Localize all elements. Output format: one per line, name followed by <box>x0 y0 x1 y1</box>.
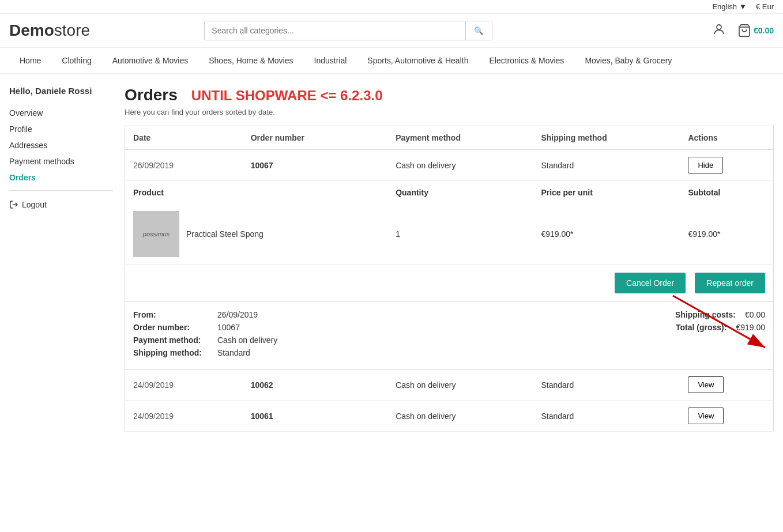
order-action-2[interactable]: View <box>680 369 773 401</box>
order-shipping-2: Standard <box>533 369 680 401</box>
total-value: €919.00 <box>736 323 765 332</box>
product-row: possimus Practical Steel Spong 1 €919.00… <box>125 204 774 265</box>
product-subtotal: €919.00* <box>680 204 773 265</box>
header: Demostore 🔍 €0.00 <box>0 14 783 48</box>
hide-button-1[interactable]: Hide <box>688 157 723 173</box>
product-name: Practical Steel Spong <box>186 229 263 239</box>
page-description: Here you can find your orders sorted by … <box>125 108 774 116</box>
order-number-3: 10061 <box>243 401 387 432</box>
user-icon[interactable] <box>712 22 726 39</box>
from-label: From: <box>133 310 208 319</box>
svg-point-0 <box>717 25 721 29</box>
cart-icon[interactable]: €0.00 <box>737 24 774 37</box>
search-button[interactable]: 🔍 <box>465 21 492 40</box>
sidebar-item-profile[interactable]: Profile <box>9 121 113 137</box>
nav-item-industrial[interactable]: Industrial <box>304 48 357 74</box>
language-selector[interactable]: English ▼ <box>712 2 747 11</box>
logo-light: store <box>54 21 90 39</box>
shipping-costs-value: €0.00 <box>745 310 765 319</box>
col-date: Date <box>125 126 243 150</box>
logo[interactable]: Demostore <box>9 21 90 40</box>
product-image-text: possimus <box>143 231 170 237</box>
page-header: Orders UNTIL SHOPWARE <= 6.2.3.0 <box>125 86 774 104</box>
product-image: possimus <box>133 211 179 257</box>
order-summary-cell: From: 26/09/2019 Order number: 10067 Pay… <box>125 302 774 369</box>
order-detail-header: Product Quantity Price per unit Subtotal <box>125 181 774 205</box>
sidebar-logout[interactable]: Logout <box>9 195 113 214</box>
order-number-value: 10067 <box>217 323 240 332</box>
order-payment-2: Cash on delivery <box>387 369 533 401</box>
repeat-order-button[interactable]: Repeat order <box>695 273 765 293</box>
language-label: English <box>712 2 737 11</box>
nav-item-automotive[interactable]: Automotive & Movies <box>102 48 199 74</box>
summary-from: From: 26/09/2019 <box>133 310 438 319</box>
logout-label: Logout <box>22 200 47 209</box>
nav-item-home[interactable]: Home <box>9 48 51 74</box>
order-number-label: Order number: <box>133 323 208 332</box>
sidebar-item-overview[interactable]: Overview <box>9 105 113 121</box>
sidebar-item-orders[interactable]: Orders <box>9 169 113 186</box>
currency-label: € Eur <box>756 2 774 11</box>
sidebar: Hello, Daniele Rossi Overview Profile Ad… <box>9 86 125 432</box>
view-button-3[interactable]: View <box>688 408 724 424</box>
sidebar-divider <box>9 190 113 191</box>
header-actions: €0.00 <box>712 22 774 39</box>
detail-col-subtotal: Subtotal <box>680 181 773 205</box>
sidebar-item-payment[interactable]: Payment methods <box>9 153 113 169</box>
language-arrow: ▼ <box>739 2 747 11</box>
nav-item-shoes[interactable]: Shoes, Home & Movies <box>198 48 303 74</box>
col-actions: Actions <box>680 126 773 150</box>
order-number-2: 10062 <box>243 369 387 401</box>
order-actions-cell: Cancel Order Repeat order <box>125 265 774 302</box>
order-date-1: 26/09/2019 <box>125 150 243 181</box>
order-payment-3: Cash on delivery <box>387 401 533 432</box>
sidebar-greeting: Hello, Daniele Rossi <box>9 86 113 96</box>
table-row: 24/09/2019 10061 Cash on delivery Standa… <box>125 401 774 432</box>
detail-col-product: Product <box>125 181 388 205</box>
main-content: Orders UNTIL SHOPWARE <= 6.2.3.0 Here yo… <box>125 86 774 432</box>
shipping-costs-label: Shipping costs: <box>675 310 736 319</box>
shipping-method-label: Shipping method: <box>133 348 208 357</box>
currency-selector[interactable]: € Eur <box>756 2 774 11</box>
sidebar-item-addresses[interactable]: Addresses <box>9 137 113 153</box>
shipping-method-value: Standard <box>217 348 250 357</box>
order-shipping-1: Standard <box>533 150 680 181</box>
nav-item-clothing[interactable]: Clothing <box>51 48 101 74</box>
main-nav: Home Clothing Automotive & Movies Shoes,… <box>0 48 783 74</box>
nav-item-sports[interactable]: Sports, Automotive & Health <box>357 48 479 74</box>
nav-item-movies[interactable]: Movies, Baby & Grocery <box>574 48 682 74</box>
search-input[interactable] <box>205 21 465 40</box>
cancel-order-button[interactable]: Cancel Order <box>615 273 686 293</box>
top-bar: English ▼ € Eur <box>0 0 783 14</box>
col-shipping-method: Shipping method <box>533 126 680 150</box>
summary-inner: From: 26/09/2019 Order number: 10067 Pay… <box>125 302 773 369</box>
order-action-3[interactable]: View <box>680 401 773 432</box>
col-order-number: Order number <box>243 126 387 150</box>
logout-icon <box>9 200 18 209</box>
order-action-1[interactable]: Hide <box>680 150 773 181</box>
total-label: Total (gross): <box>676 323 726 332</box>
order-date-3: 24/09/2019 <box>125 401 243 432</box>
summary-total: Total (gross): €919.00 <box>461 323 765 332</box>
product-info: possimus Practical Steel Spong <box>125 204 388 265</box>
page-title: Orders <box>125 86 178 104</box>
col-payment-method: Payment method <box>387 126 533 150</box>
page-subtitle: UNTIL SHOPWARE <= 6.2.3.0 <box>191 88 383 104</box>
from-value: 26/09/2019 <box>217 310 258 319</box>
nav-item-electronics[interactable]: Electronics & Movies <box>479 48 574 74</box>
order-summary-row: From: 26/09/2019 Order number: 10067 Pay… <box>125 302 774 369</box>
orders-table: Date Order number Payment method Shippin… <box>125 126 774 432</box>
table-row: 26/09/2019 10067 Cash on delivery Standa… <box>125 150 774 181</box>
summary-payment: Payment method: Cash on delivery <box>133 335 438 345</box>
payment-value: Cash on delivery <box>217 335 277 345</box>
view-button-2[interactable]: View <box>688 376 724 393</box>
logo-bold: Demo <box>9 21 54 39</box>
search-icon: 🔍 <box>474 27 484 35</box>
detail-col-price: Price per unit <box>533 181 680 205</box>
order-actions-row: Cancel Order Repeat order <box>125 265 774 302</box>
cart-amount: €0.00 <box>754 26 774 35</box>
summary-shipping-costs: Shipping costs: €0.00 <box>461 310 765 319</box>
summary-shipping-method: Shipping method: Standard <box>133 348 438 357</box>
order-payment-1: Cash on delivery <box>387 150 533 181</box>
table-header-row: Date Order number Payment method Shippin… <box>125 126 774 150</box>
